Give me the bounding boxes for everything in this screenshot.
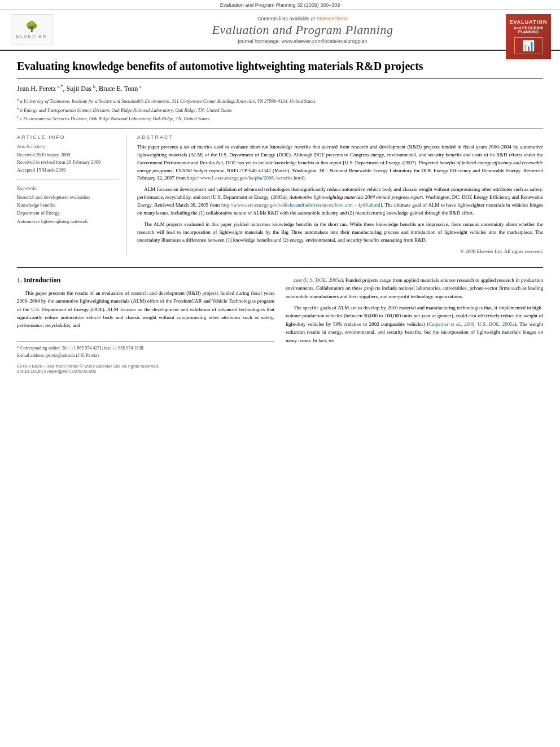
keyword-2: Knowledge benefits xyxy=(17,201,119,209)
intro-right-paragraph-1: cost (U.S. DOE, 2005a). Funded projects … xyxy=(286,276,543,300)
intro-paragraph-1: This paper presents the results of an ev… xyxy=(17,289,274,330)
keywords-list: Research and development evaluation Know… xyxy=(17,193,119,226)
history-label: Article history: xyxy=(17,143,119,149)
email-note: E-mail address: peretz@utk.edu (J.H. Per… xyxy=(17,352,274,360)
author-das: Sujit Das b, xyxy=(67,85,97,93)
article-info-column: ARTICLE INFO Article history: Received 2… xyxy=(17,134,127,256)
authors-line: Jean H. Peretz a,*, Sujit Das b, Bruce E… xyxy=(17,84,543,93)
abstract-text: This paper presents a set of metrics use… xyxy=(137,143,543,256)
epp-logo: EVALUATION and PROGRAM PLANNING 📊 xyxy=(506,14,551,59)
doi-line: doi:10.1016/j.evalprogplan.2009.03.002 xyxy=(17,369,274,374)
affiliations: a a University of Tennessee, Institute f… xyxy=(17,97,543,123)
intro-heading: 1. Introduction xyxy=(17,276,274,285)
abstract-link-1[interactable]: http:// www1.eere.energy.gov/ba/pba/2008… xyxy=(187,175,303,181)
elsevier-tree-icon: 🌳 xyxy=(25,20,38,33)
accepted-date: Accepted 15 March 2009 xyxy=(17,167,119,174)
journal-header-center: Contents lists available at ScienceDirec… xyxy=(54,16,551,44)
keyword-1: Research and development evaluation xyxy=(17,193,119,201)
intro-left-column: 1. Introduction This paper presents the … xyxy=(17,276,274,374)
elsevier-logo: 🌳 ELSEVIER xyxy=(9,14,54,45)
abstract-paragraph-2: ALM focuses on development and validatio… xyxy=(137,186,543,217)
author-peretz: Jean H. Peretz a,*, xyxy=(17,85,65,93)
article-title: Evaluating knowledge benefits of automot… xyxy=(17,59,543,78)
intro-right-paragraph-2: The specific goals of ALM are to develop… xyxy=(286,304,543,344)
issn-line: 0149-7189/$ – see front matter © 2009 El… xyxy=(17,364,159,369)
article-info-section: ARTICLE INFO Article history: Received 2… xyxy=(17,128,543,256)
journal-title: Evaluation and Program Planning xyxy=(54,23,551,37)
abstract-paragraph-3: The ALM projects evaluated in this paper… xyxy=(137,221,543,244)
elsevier-logo-image: 🌳 ELSEVIER xyxy=(11,14,53,45)
usdoe-link[interactable]: U.S. DOE, 2005a xyxy=(305,277,341,283)
epp-logo-line3: PLANNING xyxy=(518,30,539,34)
copyright-line: © 2009 Elsevier Ltd. All rights reserved… xyxy=(137,248,543,256)
intro-body-left: This paper presents the results of an ev… xyxy=(17,289,274,330)
affiliation-a: a a University of Tennessee, Institute f… xyxy=(17,97,543,105)
footnote-area: * Corresponding author. Tel.: +1 865 974… xyxy=(17,341,274,360)
epp-logo-line2: and PROGRAM xyxy=(514,26,543,30)
revised-date: Received in revised form 26 February 200… xyxy=(17,159,119,167)
journal-header: 🌳 ELSEVIER Contents lists available at S… xyxy=(0,10,560,51)
epp-logo-decoration: 📊 xyxy=(514,37,542,54)
epp-logo-line1: EVALUATION xyxy=(509,19,547,25)
corresponding-author-note: * Corresponding author. Tel.: +1 865 974… xyxy=(17,345,274,352)
keywords-label: Keywords: xyxy=(17,185,119,191)
main-content: 1. Introduction This paper presents the … xyxy=(17,267,543,374)
received-date: Received 26 February 2008 xyxy=(17,151,119,159)
citation-bar: Evaluation and Program Planning 32 (2009… xyxy=(0,0,560,10)
affiliation-c: c c Environmental Sciences Division, Oak… xyxy=(17,114,543,123)
citation-text: Evaluation and Program Planning 32 (2009… xyxy=(220,2,340,8)
sciencedirect-link[interactable]: ScienceDirect xyxy=(317,16,348,21)
journal-homepage: journal homepage: www.elsevier.com/locat… xyxy=(54,38,551,44)
article-body: Evaluating knowledge benefits of automot… xyxy=(0,51,560,385)
abstract-paragraph-1: This paper presents a set of metrics use… xyxy=(137,143,543,183)
author-tonn: Bruce E. Tonn c xyxy=(99,85,142,93)
keyword-4: Automotive lightweighting materials xyxy=(17,217,119,225)
introduction-section: 1. Introduction This paper presents the … xyxy=(17,276,543,374)
carpenter-link[interactable]: Carpenter et al., 2006; U.S. DOE, 2005a xyxy=(428,321,514,327)
keyword-3: Department of Energy xyxy=(17,209,119,217)
footer-bottom: 0149-7189/$ – see front matter © 2009 El… xyxy=(17,364,274,369)
affiliation-b: b b Energy and Transportation Science Di… xyxy=(17,106,543,114)
intro-right-column: cost (U.S. DOE, 2005a). Funded projects … xyxy=(286,276,543,374)
article-info-section-label: ARTICLE INFO xyxy=(17,134,119,140)
elsevier-wordmark: ELSEVIER xyxy=(16,34,47,39)
intro-body-right: cost (U.S. DOE, 2005a). Funded projects … xyxy=(286,276,543,344)
abstract-section-label: ABSTRACT xyxy=(137,134,543,140)
article-dates: Received 26 February 2008 Received in re… xyxy=(17,151,119,180)
abstract-link-2[interactable]: http://www.eere.energy.gov/vehiclesandfu… xyxy=(221,202,380,208)
intro-label: Introduction xyxy=(24,276,60,284)
abstract-column: ABSTRACT This paper presents a set of me… xyxy=(137,134,543,256)
sciencedirect-line: Contents lists available at ScienceDirec… xyxy=(54,16,551,21)
section-number: 1. xyxy=(17,276,22,284)
